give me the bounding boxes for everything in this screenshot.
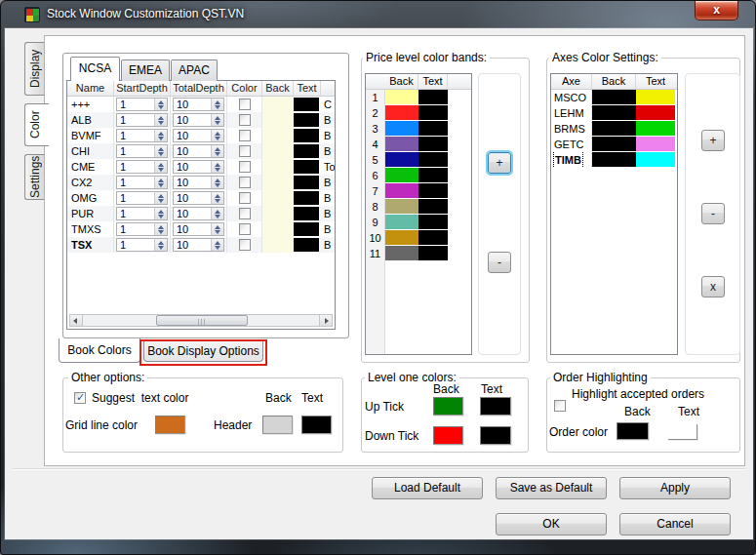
tab-color[interactable]: Color xyxy=(24,103,49,146)
order-back-swatch[interactable] xyxy=(617,422,649,440)
total-depth-spinner-arrows[interactable] xyxy=(211,177,223,188)
book-back-swatch[interactable] xyxy=(262,97,294,112)
band-back-swatch[interactable] xyxy=(385,121,418,136)
start-depth-spinner[interactable]: 1 xyxy=(116,238,168,252)
band-back-swatch[interactable] xyxy=(385,183,418,198)
cancel-button[interactable]: Cancel xyxy=(619,513,731,535)
total-depth-spinner-arrows[interactable] xyxy=(211,145,223,157)
spinner-down-icon[interactable] xyxy=(212,182,223,188)
axe-back-swatch[interactable] xyxy=(592,152,636,167)
axe-text-swatch[interactable] xyxy=(636,152,675,167)
book-text-swatch[interactable] xyxy=(294,160,319,174)
col-header-totaldepth[interactable]: TotalDepth xyxy=(171,81,227,96)
band-text-swatch[interactable] xyxy=(418,152,448,167)
total-depth-spinner-arrows[interactable] xyxy=(211,223,223,235)
book-text-swatch[interactable] xyxy=(294,238,319,252)
total-depth-spinner[interactable]: 10 xyxy=(173,176,224,189)
scrollbar-thumb[interactable] xyxy=(156,315,248,326)
start-depth-spinner[interactable]: 1 xyxy=(116,129,168,142)
start-depth-spinner[interactable]: 1 xyxy=(116,113,168,127)
book-back-swatch[interactable] xyxy=(262,159,294,175)
total-depth-spinner[interactable]: 10 xyxy=(173,144,224,158)
up-tick-text-swatch[interactable] xyxy=(480,397,511,416)
ok-button[interactable]: OK xyxy=(496,513,607,535)
axe-text-swatch[interactable] xyxy=(636,105,675,120)
total-depth-spinner-arrows[interactable] xyxy=(211,192,223,204)
band-back-swatch[interactable] xyxy=(385,246,418,260)
delete-axe-button[interactable]: x xyxy=(701,276,725,297)
start-depth-spinner-arrows[interactable] xyxy=(154,114,167,126)
down-tick-text-swatch[interactable] xyxy=(480,426,511,445)
spinner-down-icon[interactable] xyxy=(155,214,167,219)
add-band-button[interactable]: + xyxy=(488,152,511,174)
total-depth-spinner[interactable]: 10 xyxy=(173,160,224,174)
spinner-down-icon[interactable] xyxy=(155,182,167,188)
book-text-swatch[interactable] xyxy=(294,207,319,220)
band-text-swatch[interactable] xyxy=(418,199,448,214)
total-depth-spinner[interactable]: 10 xyxy=(173,191,224,205)
axe-text-swatch[interactable] xyxy=(636,90,675,104)
apply-button[interactable]: Apply xyxy=(619,477,731,499)
tab-ncsa[interactable]: NCSA xyxy=(70,57,120,81)
start-depth-spinner-arrows[interactable] xyxy=(154,161,167,173)
color-checkbox[interactable] xyxy=(239,239,251,251)
spinner-down-icon[interactable] xyxy=(212,151,223,157)
band-text-swatch[interactable] xyxy=(418,121,448,136)
tab-emea[interactable]: EMEA xyxy=(121,59,170,81)
close-button[interactable]: x xyxy=(695,1,738,20)
book-back-swatch[interactable] xyxy=(262,206,294,221)
book-text-swatch[interactable] xyxy=(294,98,319,111)
total-depth-spinner[interactable]: 10 xyxy=(173,129,224,142)
col-header-text[interactable]: Text xyxy=(418,74,448,89)
header-back-swatch[interactable] xyxy=(262,416,293,434)
col-header-text[interactable]: Text xyxy=(294,81,321,96)
color-checkbox[interactable] xyxy=(239,177,251,188)
start-depth-spinner[interactable]: 1 xyxy=(116,191,168,205)
remove-axe-button[interactable]: - xyxy=(701,203,725,224)
col-header-axes-text[interactable]: Text xyxy=(636,74,675,89)
col-header-axe[interactable]: Axe xyxy=(551,74,592,89)
band-back-swatch[interactable] xyxy=(385,152,418,167)
book-text-swatch[interactable] xyxy=(294,129,319,142)
highlight-accepted-orders-checkbox[interactable] xyxy=(554,400,566,412)
total-depth-spinner-arrows[interactable] xyxy=(211,130,223,141)
axe-back-swatch[interactable] xyxy=(592,121,636,136)
spinner-down-icon[interactable] xyxy=(212,167,223,173)
spinner-down-icon[interactable] xyxy=(212,104,223,110)
band-text-swatch[interactable] xyxy=(418,90,448,104)
start-depth-spinner-arrows[interactable] xyxy=(154,239,167,251)
axe-back-swatch[interactable] xyxy=(592,105,636,120)
book-back-swatch[interactable] xyxy=(262,175,294,190)
spinner-down-icon[interactable] xyxy=(212,245,223,251)
total-depth-spinner-arrows[interactable] xyxy=(211,99,223,110)
spinner-down-icon[interactable] xyxy=(155,167,167,173)
scroll-left-icon[interactable] xyxy=(70,315,83,326)
band-text-swatch[interactable] xyxy=(418,105,448,120)
start-depth-spinner[interactable]: 1 xyxy=(116,144,168,158)
color-checkbox[interactable] xyxy=(239,99,251,110)
total-depth-spinner[interactable]: 10 xyxy=(173,207,224,220)
total-depth-spinner-arrows[interactable] xyxy=(211,208,223,219)
start-depth-spinner[interactable]: 1 xyxy=(116,176,168,189)
tab-settings[interactable]: Settings xyxy=(24,154,46,200)
book-back-swatch[interactable] xyxy=(262,237,294,253)
band-text-swatch[interactable] xyxy=(418,168,448,182)
spinner-down-icon[interactable] xyxy=(155,245,167,251)
spinner-down-icon[interactable] xyxy=(212,136,223,141)
spinner-down-icon[interactable] xyxy=(155,151,167,157)
total-depth-spinner-arrows[interactable] xyxy=(211,114,223,126)
spinner-down-icon[interactable] xyxy=(212,198,223,204)
book-text-swatch[interactable] xyxy=(294,176,319,189)
total-depth-spinner-arrows[interactable] xyxy=(211,239,223,251)
band-back-swatch[interactable] xyxy=(385,105,418,120)
color-checkbox[interactable] xyxy=(239,161,251,173)
book-back-swatch[interactable] xyxy=(262,128,294,143)
axe-text-swatch[interactable] xyxy=(636,137,675,151)
spinner-down-icon[interactable] xyxy=(212,229,223,235)
tab-apac[interactable]: APAC xyxy=(171,59,218,81)
start-depth-spinner-arrows[interactable] xyxy=(154,208,167,219)
band-back-swatch[interactable] xyxy=(385,215,418,229)
start-depth-spinner[interactable]: 1 xyxy=(116,98,168,111)
band-text-swatch[interactable] xyxy=(418,230,448,245)
total-depth-spinner[interactable]: 10 xyxy=(173,222,224,236)
